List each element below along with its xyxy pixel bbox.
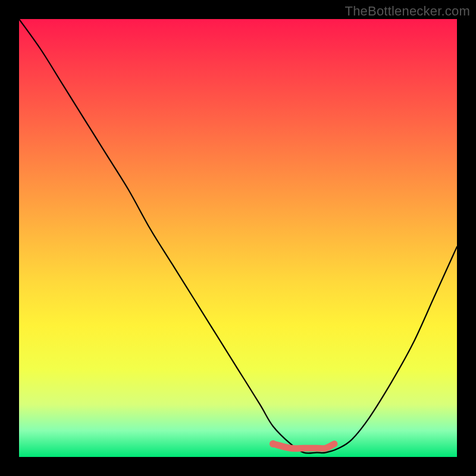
chart-container: TheBottlenecker.com (0, 0, 476, 476)
flat-region-marker (273, 444, 334, 449)
plot-area (19, 19, 457, 457)
watermark-text: TheBottlenecker.com (345, 4, 470, 19)
bottleneck-curve (19, 19, 457, 453)
curve-path-group (19, 19, 457, 453)
flat-region-marker-start (270, 440, 277, 447)
curve-layer (19, 19, 457, 457)
